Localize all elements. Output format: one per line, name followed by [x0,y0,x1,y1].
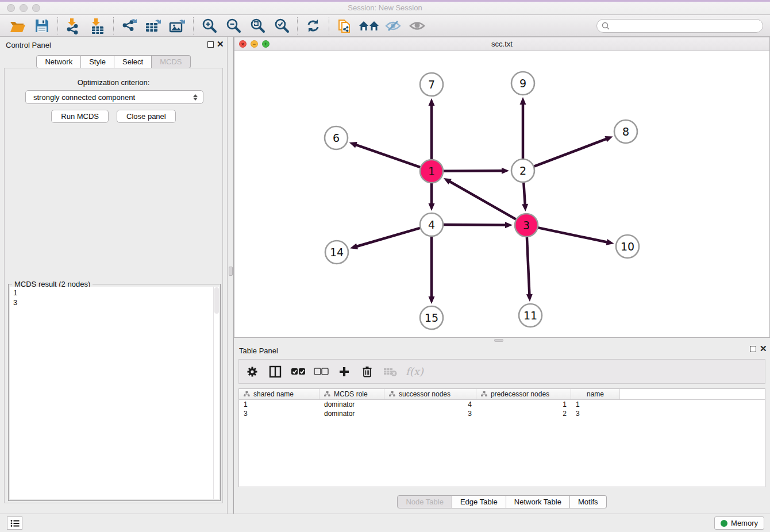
graph-node-label: 3 [523,219,530,232]
import-table-button[interactable] [86,16,110,36]
run-mcds-button[interactable]: Run MCDS [51,110,109,123]
zoom-fit-icon [249,18,265,34]
network-graph[interactable]: 7968124314101511 [234,51,769,337]
split-view-icon [269,365,282,378]
table-header-row[interactable]: shared nameMCDS rolesuccessor nodesprede… [239,389,765,400]
status-bar: Memory [0,514,770,532]
export-table-button[interactable] [141,16,165,36]
hide-selected-button[interactable] [381,16,405,36]
table-row[interactable]: 1dominator411 [239,400,765,409]
node-table[interactable]: shared nameMCDS rolesuccessor nodesprede… [238,388,765,487]
tab-style[interactable]: Style [81,55,114,68]
column-header-name[interactable]: name [571,389,620,399]
zoom-out-button[interactable] [221,16,245,36]
tab-edge-table[interactable]: Edge Table [452,495,506,508]
mcds-home-button[interactable] [357,16,381,36]
vertical-splitter[interactable] [227,37,234,514]
graph-edge-4-14[interactable] [356,228,421,247]
table-row[interactable]: 3dominator323 [239,409,765,418]
search-icon [602,22,610,30]
unchecked-boxes-icon [314,368,329,376]
column-header-successor-nodes[interactable]: successor nodes [384,389,476,399]
column-header-predecessor-nodes[interactable]: predecessor nodes [476,389,571,399]
result-scrollbar[interactable] [213,287,219,499]
tab-motifs[interactable]: Motifs [570,495,607,508]
graph-edge-2-8[interactable] [534,138,607,166]
float-panel-icon[interactable] [207,41,214,48]
table-cell[interactable]: 1 [239,400,319,409]
column-header-MCDS-role[interactable]: MCDS role [319,389,384,399]
table-cell[interactable]: 3 [239,409,319,418]
control-panel-title: Control Panel [6,41,51,49]
column-sort-icon [389,391,395,397]
table-cell[interactable]: dominator [319,400,384,409]
import-network-button[interactable] [61,16,86,36]
search-input[interactable] [613,22,758,30]
tab-network[interactable]: Network [36,55,81,68]
table-cell[interactable]: dominator [319,409,384,418]
delete-column-button[interactable] [360,364,375,379]
tab-mcds[interactable]: MCDS [152,55,190,68]
graph-edge-3-1[interactable] [449,181,516,219]
column-sort-icon [324,391,330,397]
network-view-window: × − + scc.txt 7968124314101511 [234,37,770,338]
zoom-selected-button[interactable] [270,16,294,36]
control-panel-tabs: NetworkStyleSelectMCDS [0,55,227,68]
table-cell[interactable]: 1 [476,400,571,409]
table-cell[interactable]: 3 [384,409,476,418]
mcds-result-text[interactable]: 1 3 [10,287,213,499]
close-table-panel-icon[interactable]: ✕ [760,344,767,354]
close-panel-icon[interactable]: ✕ [217,39,224,49]
graph-edge-3-11[interactable] [527,237,530,295]
tab-node-table[interactable]: Node Table [397,495,452,508]
export-image-button[interactable] [165,16,190,36]
save-session-button[interactable] [30,16,54,36]
split-view-button[interactable] [268,364,283,379]
unselect-all-button[interactable] [314,364,329,379]
table-cell[interactable]: 1 [571,400,620,409]
toolbar-separator [297,17,298,34]
column-header-empty [620,389,765,399]
window-title: Session: New Session [0,3,770,12]
plus-icon [338,366,350,377]
criterion-dropdown[interactable]: strongly connected component [25,90,203,104]
table-body[interactable]: 1dominator4113dominator323 [239,400,765,418]
open-session-button[interactable] [6,16,30,36]
export-network-button[interactable] [117,16,141,36]
toolbar-separator [113,17,114,34]
graph-edge-3-10[interactable] [538,228,608,242]
zoom-out-icon [225,18,241,34]
optimization-criterion-label: Optimization criterion: [0,78,227,87]
column-header-shared-name[interactable]: shared name [239,389,319,399]
splitter-grip[interactable] [229,267,233,276]
refresh-layout-button[interactable] [301,16,325,36]
clone-network-button[interactable] [333,16,357,36]
main-toolbar [0,15,770,37]
add-column-button[interactable] [337,364,352,379]
horizontal-splitter[interactable] [234,338,770,342]
zoom-fit-button[interactable] [245,16,270,36]
gear-icon [247,366,258,377]
tab-network-table[interactable]: Network Table [506,495,570,508]
memory-button[interactable]: Memory [714,516,764,530]
show-all-button[interactable] [405,16,429,36]
table-settings-button[interactable] [245,364,260,379]
tab-select[interactable]: Select [114,55,152,68]
close-panel-button[interactable]: Close panel [117,110,176,123]
select-all-button[interactable] [291,364,306,379]
float-table-panel-icon[interactable] [750,346,756,352]
table-cell[interactable]: 4 [384,400,476,409]
table-cell[interactable]: 3 [571,409,620,418]
graph-edge-2-3[interactable] [523,182,525,205]
graph-edge-1-6[interactable] [355,145,421,168]
splitter-grip[interactable] [494,339,503,342]
task-history-button[interactable] [7,516,22,530]
toolbar-separator [329,17,329,34]
graph-edge-4-3[interactable] [443,225,506,225]
zoom-in-button[interactable] [197,16,221,36]
network-canvas[interactable]: 7968124314101511 [234,51,769,337]
search-box[interactable] [596,19,763,33]
table-cell[interactable]: 2 [476,409,571,418]
graph-edge-1-2[interactable] [443,171,503,171]
delete-table-button-disabled [383,364,398,379]
